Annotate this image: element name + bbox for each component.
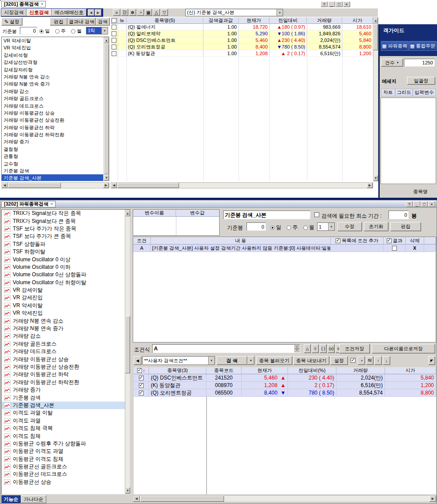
scroll-left-button[interactable]: ◀ <box>2 183 7 188</box>
indicator-list-item[interactable]: 이격도 침체 극복 <box>2 425 131 432</box>
column-header[interactable]: 종목명(5) <box>127 17 203 24</box>
base-bar-input[interactable] <box>20 27 37 34</box>
reset-button[interactable]: 초기화 <box>364 222 388 231</box>
row-checkbox[interactable] <box>112 25 116 30</box>
base-bar-input[interactable] <box>247 222 266 231</box>
search-options-button[interactable]: ▼ <box>247 356 254 365</box>
column-header[interactable]: 전일대비 <box>269 17 307 24</box>
toolbar-icon-button[interactable]: 싹 <box>366 356 374 365</box>
column-header[interactable]: 전일대비(%) <box>288 367 336 374</box>
radio-icon[interactable] <box>71 29 75 34</box>
scroll-down-button[interactable]: ▼ <box>374 175 378 181</box>
indicator-list-item[interactable]: 거래량 데드크로스 <box>2 348 131 355</box>
settings-button[interactable]: 설정 <box>330 356 348 365</box>
stock-row[interactable]: (Q) 필에너지 1.00 18,720 ▲180 ( 0.97) 983,66… <box>111 24 373 30</box>
list-horizontal-scrollbar[interactable]: ◀ ▶ <box>1 182 109 188</box>
scrollbar-thumb[interactable] <box>117 183 179 188</box>
count-input[interactable] <box>404 59 435 67</box>
side-panel-button[interactable]: ▦ 파워종목 <box>381 41 408 51</box>
scroll-right-button[interactable]: ▶ <box>103 183 109 188</box>
result-stock-row[interactable]: (Q) DSC인베스트먼트 241520 5,460▲ 230 ( 4.40) … <box>134 374 436 382</box>
market-tab[interactable]: 예스매매신호 <box>52 9 86 16</box>
scroll-down-button[interactable]: ▼ <box>125 487 130 493</box>
close-icon[interactable]: × <box>41 2 43 6</box>
stock-row[interactable]: (Q) DSC인베스트먼트 1.00 5,460 ▲230 ( 4.40) 2,… <box>111 37 373 44</box>
scroll-down-button[interactable]: ▼ <box>104 175 109 181</box>
save-condition-button[interactable]: 조건저장 <box>339 344 370 354</box>
search-in-results-button[interactable]: 결과내 검색 <box>67 18 96 26</box>
edit-button[interactable]: 편집 <box>390 222 421 231</box>
toolbar-icon-button[interactable]: 간 <box>121 9 128 16</box>
window-control-button[interactable]: ? <box>406 201 413 207</box>
condition-list-item[interactable]: 거래량 이동평균선 하락 <box>2 124 103 131</box>
expression-op-button[interactable]: △ <box>304 344 311 353</box>
row-checkbox[interactable] <box>139 391 144 395</box>
column-header[interactable]: 변수이름 <box>133 210 176 216</box>
tab-scroll-left-button[interactable]: ◀ <box>88 9 94 16</box>
table-vertical-scrollbar[interactable]: ▲ ▼ <box>373 17 378 181</box>
indicator-list-item[interactable]: 이동평균선 상승 <box>2 478 131 486</box>
preset-name-field[interactable]: 기준봉 검색_사본 <box>223 211 310 219</box>
indicator-list-item[interactable]: 거래량 감소 <box>2 332 131 340</box>
condition-list-item[interactable]: 강세비석형 <box>2 52 103 59</box>
list-vertical-scrollbar[interactable]: ▲ ▼ <box>104 37 109 181</box>
column-header[interactable]: 거래량 <box>336 367 385 374</box>
result-stock-row[interactable]: (Q) 오리엔트정공 065500 8,400▼ 780 ( 8.50) 8,5… <box>134 389 436 397</box>
period-radio[interactable]: 월 <box>71 28 82 34</box>
expression-input[interactable]: A ▲ ▼ <box>152 344 300 353</box>
view-tab[interactable]: 차트 <box>381 89 395 96</box>
condition-list-item[interactable]: 강세삼선반격형 <box>2 59 103 66</box>
result-header[interactable]: 결과 <box>384 237 406 244</box>
indicator-list-item[interactable]: TRIX가 Signal보다 작은 종목 <box>2 210 131 217</box>
indicator-list-item[interactable]: 이동평균선 데드크로스 <box>2 470 131 478</box>
window-control-button[interactable]: × <box>428 201 435 207</box>
side-panel-button[interactable]: ▦ 통합주문 <box>409 41 437 51</box>
expression-op-button[interactable]: (x) <box>328 344 335 353</box>
condition-list-item[interactable]: 거래량 데드크로스 <box>2 102 103 109</box>
scroll-right-button[interactable]: ▶ <box>367 183 373 188</box>
batch-button[interactable]: 일괄정 <box>407 77 435 85</box>
condition-list-item[interactable]: 결첨형 <box>2 146 103 153</box>
count-dropdown[interactable]: 건수 ▼ <box>381 59 403 67</box>
condition-list-item[interactable]: VR 약세이탈 <box>2 37 103 44</box>
window-control-button[interactable]: □ <box>421 201 428 207</box>
scrollbar-thumb[interactable] <box>374 24 378 50</box>
edit-button[interactable]: 편집 <box>50 18 67 26</box>
indicator-list-item[interactable]: VR 강세이탈 <box>2 286 131 294</box>
row-checkbox[interactable] <box>139 376 144 380</box>
radio-icon[interactable] <box>303 226 308 230</box>
result-stock-row[interactable]: (K) 동양철관 008970 1,208▲ 2 ( 0.17) 6,516(만… <box>134 382 436 389</box>
row-checkbox[interactable] <box>112 51 116 56</box>
load-stocks-button[interactable]: 종목 불러오기 <box>256 356 292 365</box>
condition-list-item[interactable]: 거래량 이동평균선 상승 <box>2 109 103 117</box>
toolbar-icon-button[interactable]: ☸ <box>129 9 136 16</box>
toolbar-icon-button[interactable]: ◔ <box>358 356 365 365</box>
preset-dropdown[interactable]: (신) 기준봉 검색_사본 ▼ <box>185 9 283 16</box>
condition-row[interactable]: A [기준봉 검색_사본] 사용자 설정 검색기간 사용하지 않음 기준봉:[0… <box>133 244 436 252</box>
radio-icon[interactable] <box>287 226 291 230</box>
window-titlebar[interactable]: [3202] 파워종목검색 × ?_□× <box>0 200 437 208</box>
column-header[interactable]: 거래량 <box>307 17 342 24</box>
indicator-list-item[interactable]: 이동평균 수렴후 주가 상향돌파 <box>2 440 131 448</box>
indicator-list-item[interactable]: VR 약세진입 <box>2 309 131 317</box>
period-radio[interactable]: 월 <box>303 224 314 231</box>
add-to-list-header[interactable]: 목록에 조건 추가 <box>331 237 384 244</box>
scroll-up-button[interactable]: ▲ <box>374 18 378 23</box>
min-period-input[interactable] <box>388 211 409 219</box>
radio-icon[interactable] <box>55 29 60 34</box>
sort-order-tab[interactable]: 가나다순 <box>21 495 46 503</box>
chevron-down-icon[interactable]: ▼ <box>101 27 108 34</box>
window-title-tab[interactable]: [3202] 파워종목검색 × <box>1 201 56 207</box>
export-stocks-button[interactable]: 종목 내보내기 <box>293 356 329 365</box>
condition-list-item[interactable]: 거래량 이동평균선 상승전환 <box>2 117 103 124</box>
condition-list-item[interactable]: 거래량 이동평균선 하락전환 <box>2 131 103 138</box>
result-checkbox[interactable] <box>387 238 392 243</box>
row-checkbox[interactable] <box>139 383 144 388</box>
indicator-list-item[interactable]: TSF 하향이탈 <box>2 248 131 256</box>
toolbar-icon-button[interactable]: ↓ <box>383 356 390 365</box>
indicator-list-item[interactable]: Volume Oscillator 0 이하 <box>2 263 131 271</box>
stock-row[interactable]: (Q) 오리엔트정공 1.00 8,400 ▼780 ( 8.50) 8,554… <box>111 44 373 50</box>
scrollbar-thumb[interactable] <box>140 496 224 502</box>
search-button[interactable]: 검색 <box>96 18 110 26</box>
expression-spinner[interactable]: ▲ ▼ <box>295 345 299 352</box>
